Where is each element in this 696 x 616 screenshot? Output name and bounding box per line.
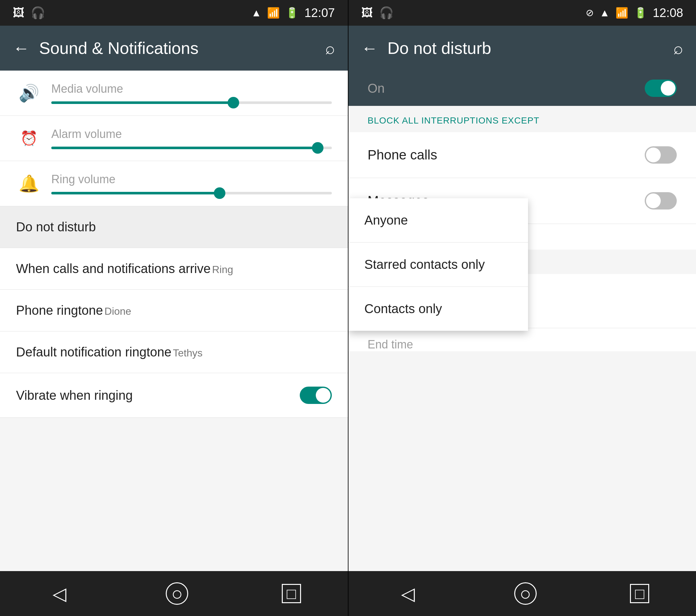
signal-icon: 📶	[267, 8, 280, 18]
image-icon: 🖼	[13, 7, 25, 19]
when-calls-row[interactable]: When calls and notifications arrive Ring	[0, 248, 348, 290]
left-status-bar: 🖼 🎧 ▲ 📶 🔋 12:07	[0, 0, 348, 26]
vibrate-label: Vibrate when ringing	[16, 388, 133, 403]
messages-toggle[interactable]	[645, 192, 677, 210]
messages-toggle-knob	[646, 194, 661, 208]
alarm-volume-fill	[51, 147, 318, 149]
alarm-volume-thumb	[312, 142, 323, 154]
left-nav-bar: ◁ ○ □	[0, 571, 348, 616]
right-back-nav-icon[interactable]: ◁	[395, 581, 421, 606]
left-app-bar: ← Sound & Notifications ⌕	[0, 26, 348, 71]
left-time: 12:07	[304, 6, 335, 20]
alarm-volume-row: ⏰ Alarm volume	[0, 116, 348, 161]
dropdown-item-contacts[interactable]: Contacts only	[348, 287, 528, 331]
right-back-button[interactable]: ←	[361, 38, 378, 58]
phone-calls-toggle[interactable]	[645, 146, 677, 164]
right-app-bar: ← Do not disturb ⌕	[348, 26, 696, 71]
headphones-icon: 🎧	[31, 7, 45, 19]
phone-calls-title: Phone calls	[368, 147, 437, 163]
left-page-title: Sound & Notifications	[39, 38, 325, 58]
end-time-label: End time	[368, 338, 677, 351]
right-nav-bar: ◁ ○ □	[348, 571, 696, 616]
right-status-icons: 🖼 🎧	[361, 7, 394, 19]
media-volume-fill	[51, 102, 233, 104]
left-status-icons: 🖼 🎧	[13, 7, 45, 19]
left-home-nav-icon[interactable]: ○	[166, 582, 188, 605]
media-volume-row: 🔊 Media volume	[0, 71, 348, 116]
left-back-nav-icon[interactable]: ◁	[47, 581, 73, 606]
left-content: 🔊 Media volume ⏰ Alarm volume	[0, 71, 348, 571]
default-notif-ringtone-row[interactable]: Default notification ringtone Tethys	[0, 332, 348, 373]
ring-volume-fill	[51, 192, 220, 195]
phone-ringtone-title: Phone ringtone	[16, 303, 103, 317]
ring-volume-label: Ring volume	[51, 173, 332, 186]
right-search-button[interactable]: ⌕	[673, 38, 683, 58]
default-notif-ringtone-sub: Tethys	[173, 347, 202, 359]
when-calls-title: When calls and notifications arrive	[16, 261, 211, 276]
phone-ringtone-row[interactable]: Phone ringtone Dione	[0, 290, 348, 332]
wifi-icon: ▲	[251, 8, 262, 18]
ring-volume-icon-wrap: 🔔	[16, 174, 42, 194]
do-not-disturb-title: Do not disturb	[16, 220, 96, 234]
alarm-volume-slider[interactable]	[51, 147, 332, 149]
dnd-circle-icon: ⊘	[586, 8, 594, 18]
right-time: 12:08	[653, 6, 683, 20]
alarm-volume-right: Alarm volume	[51, 127, 332, 149]
left-back-button[interactable]: ←	[13, 38, 30, 58]
battery-icon: 🔋	[286, 8, 299, 18]
vibrate-toggle-knob	[316, 388, 331, 403]
media-volume-icon-wrap: 🔊	[16, 83, 42, 103]
bell-icon: 🔔	[19, 174, 39, 194]
right-recents-nav-icon[interactable]: □	[630, 584, 649, 603]
ring-volume-thumb	[214, 187, 225, 199]
dropdown-item-anyone[interactable]: Anyone	[348, 198, 528, 243]
right-page-title: Do not disturb	[387, 38, 674, 58]
media-volume-thumb	[227, 97, 239, 108]
media-volume-label: Media volume	[51, 82, 332, 96]
ring-volume-row: 🔔 Ring volume	[0, 161, 348, 206]
dnd-toggle[interactable]	[645, 80, 677, 97]
dropdown-item-starred[interactable]: Starred contacts only	[348, 243, 528, 287]
vibrate-toggle[interactable]	[300, 387, 332, 404]
right-wifi-icon: ▲	[600, 8, 610, 18]
right-status-bar: 🖼 🎧 ⊘ ▲ 📶 🔋 12:08	[348, 0, 696, 26]
right-battery-icon: 🔋	[634, 8, 647, 18]
dnd-toggle-knob	[661, 81, 676, 96]
end-time-row[interactable]: End time	[348, 328, 696, 351]
phone-ringtone-sub: Dione	[105, 305, 131, 317]
right-signal-icon: 📶	[616, 8, 628, 18]
alarm-volume-icon-wrap: ⏰	[16, 130, 42, 147]
do-not-disturb-row[interactable]: Do not disturb	[0, 206, 348, 248]
dropdown-popup: Anyone Starred contacts only Contacts on…	[348, 198, 528, 331]
right-content: On BLOCK ALL INTERRUPTIONS EXCEPT Phone …	[348, 71, 696, 571]
right-panel: 🖼 🎧 ⊘ ▲ 📶 🔋 12:08 ← Do not disturb ⌕ On …	[348, 0, 696, 616]
alarm-icon: ⏰	[20, 130, 38, 147]
on-off-row[interactable]: On	[348, 71, 696, 106]
alarm-volume-label: Alarm volume	[51, 127, 332, 141]
phone-calls-toggle-knob	[646, 148, 661, 162]
media-volume-slider[interactable]	[51, 102, 332, 104]
ring-volume-slider[interactable]	[51, 192, 332, 195]
right-headphones-icon: 🎧	[379, 7, 394, 19]
block-section-header: BLOCK ALL INTERRUPTIONS EXCEPT	[348, 106, 696, 132]
ring-volume-right: Ring volume	[51, 173, 332, 195]
right-image-icon: 🖼	[361, 7, 373, 19]
speaker-icon: 🔊	[19, 83, 39, 103]
media-volume-right: Media volume	[51, 82, 332, 104]
from-section: er blocked Anyone Starred contacts only …	[348, 224, 696, 274]
when-calls-sub: Ring	[212, 264, 233, 275]
left-status-right: ▲ 📶 🔋 12:07	[251, 6, 335, 20]
left-search-button[interactable]: ⌕	[325, 38, 335, 58]
left-panel: 🖼 🎧 ▲ 📶 🔋 12:07 ← Sound & Notifications …	[0, 0, 348, 616]
phone-calls-row[interactable]: Phone calls	[348, 132, 696, 178]
default-notif-ringtone-title: Default notification ringtone	[16, 345, 172, 359]
left-recents-nav-icon[interactable]: □	[282, 584, 301, 603]
right-home-nav-icon[interactable]: ○	[514, 582, 537, 605]
right-status-right: ⊘ ▲ 📶 🔋 12:08	[586, 6, 683, 20]
on-off-label: On	[368, 81, 385, 96]
vibrate-row[interactable]: Vibrate when ringing	[0, 373, 348, 418]
